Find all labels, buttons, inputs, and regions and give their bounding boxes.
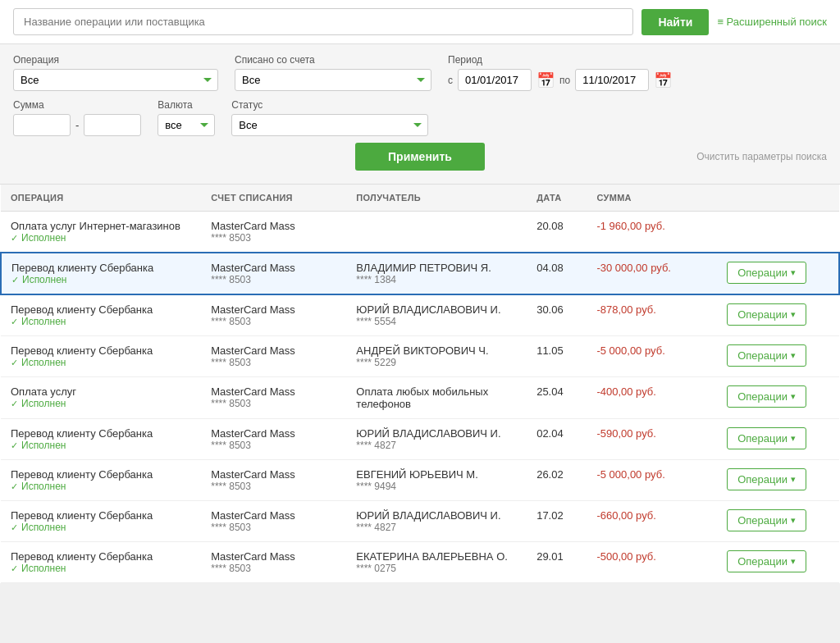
operation-cell: Перевод клиенту Сбербанка Исполнен — [1, 336, 201, 377]
recipient-number: **** 1384 — [356, 274, 517, 285]
amount-value: -878,00 руб. — [596, 303, 656, 316]
operation-status: Исполнен — [11, 522, 191, 533]
recipient-name: ЮРИЙ ВЛАДИСЛАВОВИЧ И. — [356, 509, 517, 522]
date-value: 30.06 — [536, 303, 564, 316]
calendar-from-icon[interactable]: 📅 — [536, 71, 555, 89]
amount-cell: -5 000,00 руб. — [587, 460, 717, 501]
operation-name: Перевод клиенту Сбербанка — [11, 509, 191, 522]
operation-status: Исполнен — [11, 563, 191, 574]
table-row: Перевод клиенту Сбербанка ИсполненMaster… — [1, 460, 839, 501]
operation-filter-group: Операция Все — [13, 54, 218, 91]
action-cell: Операции — [717, 253, 839, 294]
card-name: MasterCard Mass — [211, 427, 336, 440]
operations-button[interactable]: Операции — [727, 303, 806, 326]
currency-label: Валюта — [158, 99, 215, 111]
action-cell — [717, 212, 839, 253]
account-cell: MasterCard Mass **** 8503 — [201, 212, 346, 253]
operation-status: Исполнен — [11, 398, 191, 409]
filter-area: Операция Все Списано со счета Все Период… — [0, 44, 840, 185]
table-row: Оплата услуг ИсполненMasterCard Mass ***… — [1, 377, 839, 419]
operation-status: Исполнен — [11, 316, 191, 327]
operation-cell: Перевод клиенту Сбербанка Исполнен — [1, 294, 201, 336]
clear-params-link[interactable]: Очистить параметры поиска — [696, 151, 827, 162]
filter-actions: Применить Очистить параметры поиска — [13, 136, 827, 174]
recipient-cell: ЮРИЙ ВЛАДИСЛАВОВИЧ И.**** 5554 — [346, 294, 527, 336]
card-name: MasterCard Mass — [211, 468, 336, 481]
card-number: **** 8503 — [211, 481, 336, 492]
card-number: **** 8503 — [211, 522, 336, 533]
operation-cell: Оплата услуг Исполнен — [1, 377, 201, 419]
action-cell: Операции — [717, 542, 839, 583]
recipient-cell: ЮРИЙ ВЛАДИСЛАВОВИЧ И.**** 4827 — [346, 501, 527, 542]
date-cell: 11.05 — [527, 336, 587, 377]
transactions-table-wrapper: ОПЕРАЦИЯ СЧЕТ СПИСАНИЯ ПОЛУЧАТЕЛЬ ДАТА С… — [0, 185, 840, 583]
sum-separator: - — [75, 119, 79, 131]
sum-filter-group: Сумма - — [13, 99, 141, 136]
amount-cell: -500,00 руб. — [587, 542, 717, 583]
operation-cell: Перевод клиенту Сбербанка Исполнен — [1, 253, 201, 294]
sum-from-input[interactable] — [13, 114, 71, 136]
period-to-label: по — [559, 75, 570, 86]
col-header-date: ДАТА — [527, 185, 587, 212]
operations-button[interactable]: Операции — [727, 262, 806, 284]
amount-value: -30 000,00 руб. — [596, 262, 671, 274]
operations-button[interactable]: Операции — [727, 385, 806, 408]
recipient-name: ЮРИЙ ВЛАДИСЛАВОВИЧ И. — [356, 427, 517, 440]
date-cell: 17.02 — [527, 501, 587, 542]
action-cell: Операции — [717, 377, 839, 419]
operation-select[interactable]: Все — [13, 69, 218, 91]
operation-cell: Оплата услуг Интернет-магазинов Исполнен — [1, 212, 201, 253]
amount-value: -5 000,00 руб. — [596, 344, 664, 357]
amount-value: -5 000,00 руб. — [596, 468, 664, 481]
date-cell: 25.04 — [527, 377, 587, 419]
advanced-search-link[interactable]: ≡ Расширенный поиск — [717, 16, 827, 28]
operation-name: Перевод клиенту Сбербанка — [11, 344, 191, 357]
card-number: **** 8503 — [211, 232, 336, 244]
date-cell: 02.04 — [527, 419, 587, 460]
card-number: **** 8503 — [211, 357, 336, 368]
recipient-cell: АНДРЕЙ ВИКТОРОВИЧ Ч.**** 5229 — [346, 336, 527, 377]
table-row: Перевод клиенту Сбербанка ИсполненMaster… — [1, 542, 839, 583]
period-from-input[interactable] — [458, 69, 532, 91]
operations-button[interactable]: Операции — [727, 344, 806, 367]
search-input[interactable] — [13, 8, 633, 35]
recipient-name: ВЛАДИМИР ПЕТРОВИЧ Я. — [356, 262, 517, 274]
account-cell: MasterCard Mass **** 8503 — [201, 336, 346, 377]
currency-select[interactable]: все — [158, 114, 215, 136]
period-to-input[interactable] — [575, 69, 649, 91]
recipient-name: АНДРЕЙ ВИКТОРОВИЧ Ч. — [356, 344, 517, 357]
operation-name: Перевод клиенту Сбербанка — [11, 427, 191, 440]
search-button[interactable]: Найти — [641, 9, 709, 35]
apply-button[interactable]: Применить — [355, 143, 485, 171]
action-cell: Операции — [717, 336, 839, 377]
date-value: 20.08 — [536, 220, 564, 232]
col-header-amount: СУММА — [587, 185, 717, 212]
operation-status: Исполнен — [11, 357, 191, 368]
operations-button[interactable]: Операции — [727, 468, 806, 490]
amount-value: -500,00 руб. — [596, 550, 656, 563]
account-cell: MasterCard Mass **** 8503 — [201, 501, 346, 542]
status-label: Статус — [231, 99, 428, 111]
sum-inputs: - — [13, 114, 141, 136]
account-select[interactable]: Все — [235, 69, 431, 91]
calendar-to-icon[interactable]: 📅 — [654, 71, 672, 89]
col-header-operation: ОПЕРАЦИЯ — [1, 185, 201, 212]
sum-label: Сумма — [13, 99, 141, 111]
recipient-name: ЕВГЕНИЙ ЮРЬЕВИЧ М. — [356, 468, 517, 481]
period-filter-group: Период с 📅 по 📅 — [448, 54, 672, 91]
card-name: MasterCard Mass — [211, 303, 336, 316]
operations-button[interactable]: Операции — [727, 550, 806, 572]
amount-value: -660,00 руб. — [596, 509, 656, 522]
status-select[interactable]: Все — [231, 114, 428, 136]
operation-name: Перевод клиенту Сбербанка — [11, 303, 191, 316]
date-value: 11.05 — [536, 344, 564, 357]
date-value: 26.02 — [536, 468, 564, 481]
sum-to-input[interactable] — [84, 114, 141, 136]
operations-button[interactable]: Операции — [727, 427, 806, 449]
operations-button[interactable]: Операции — [727, 509, 806, 531]
recipient-cell: Оплата любых мобильных телефонов — [346, 377, 527, 419]
action-cell: Операции — [717, 419, 839, 460]
date-cell: 26.02 — [527, 460, 587, 501]
card-number: **** 8503 — [211, 440, 336, 451]
recipient-number: **** 4827 — [356, 440, 517, 451]
